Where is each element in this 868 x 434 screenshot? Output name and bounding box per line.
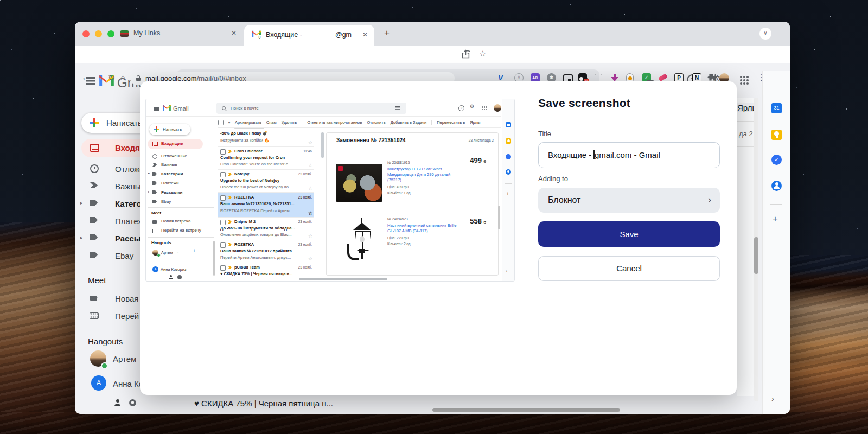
books-favicon (120, 30, 129, 37)
cancel-button[interactable]: Cancel (538, 256, 720, 281)
save-screenshot-dialog: Gmail Поиск в почте ? ⚙ ▾ Архивировать С… (140, 81, 737, 395)
google-apps-icon (482, 106, 483, 107)
keep-icon[interactable] (771, 130, 782, 140)
reading-pane-edge (737, 98, 754, 396)
adding-to-label: Adding to (538, 175, 568, 183)
clock-icon (152, 154, 157, 159)
minimize-window-button[interactable] (95, 30, 102, 37)
email-subject-behind[interactable]: ♥ СКИДКА 75% | Черная пятница н... (194, 399, 333, 408)
gmail-wordmark: Gmail (173, 105, 189, 112)
profile-avatar (494, 104, 501, 112)
contact-avatar-initial: А (91, 375, 106, 391)
title-input[interactable]: Входящие - gmail.com - Gmail (538, 142, 720, 168)
forward-icon[interactable]: → (95, 73, 104, 82)
gmail-logo-icon (163, 105, 171, 111)
gmail-side-panel: 31 ✓ + › (762, 71, 790, 414)
expand-icon[interactable]: ▸ (80, 200, 83, 206)
tab-search-chevron-button[interactable]: ∨ (760, 28, 771, 40)
home-icon[interactable]: ⌂ (120, 73, 125, 82)
horizontal-scrollbar[interactable] (432, 408, 620, 412)
desktop-stars (0, 0, 1, 1)
calendar-icon (506, 122, 511, 127)
settings-gear-icon: ⚙ (470, 104, 474, 109)
help-icon: ? (458, 105, 464, 111)
new-tab-button[interactable]: + (384, 28, 390, 39)
order-title: Замовлення № 721351024 (336, 137, 406, 143)
contacts-icon (506, 169, 511, 175)
side-panel-collapse-icon[interactable]: › (771, 394, 774, 403)
clock-icon (90, 164, 99, 173)
email-row: Dnipro-M 223 нояб. До -56% на інструмент… (218, 218, 314, 240)
share-icon[interactable] (462, 49, 470, 59)
google-apps-icon[interactable] (740, 76, 742, 78)
contacts-toggle-icon[interactable] (114, 399, 121, 406)
email-row: ROZETKA23 нояб. Ваша заявка №721291012 п… (218, 240, 314, 263)
save-button[interactable]: Save (538, 221, 720, 247)
list-scrollbar (321, 132, 324, 158)
email-toolbar: ▾ Архивировать Спам Удалить Отметить как… (218, 117, 501, 128)
contacts-icon[interactable] (771, 181, 782, 191)
browser-menu-icon[interactable]: ⋮ (757, 73, 765, 82)
extension-dark-icon[interactable]: 9 (578, 73, 587, 82)
chevron-right-icon: › (708, 188, 711, 212)
calendar-icon[interactable]: 31 (771, 103, 782, 113)
hangouts-toggle-icon[interactable] (129, 399, 136, 406)
tasks-icon (506, 154, 511, 159)
bookmark-star-icon[interactable]: ☆ (479, 49, 486, 59)
email-row: -56% до Black Friday 💣 Інструменти за ко… (218, 129, 314, 147)
tab-my-links[interactable]: My Links ✕ (113, 22, 244, 46)
contacts-toggle-icon (169, 275, 173, 279)
title-label: Title (538, 130, 551, 138)
inbox-icon (90, 144, 99, 152)
extension-green-check-icon[interactable]: ✓ 56 (642, 73, 651, 82)
label-icon (90, 200, 98, 206)
meet-section-title: Meet (88, 276, 106, 285)
reading-scrollbar (498, 206, 500, 229)
lego-product-image (336, 164, 382, 202)
important-icon (90, 182, 98, 188)
tab-gmail-inbox[interactable]: 0 Входящие - @gm ✕ (244, 25, 374, 46)
hangouts-toggle-icon (177, 275, 182, 279)
email-list: -56% до Black Friday 💣 Інструменти за ко… (218, 128, 314, 281)
video-camera-icon (90, 296, 97, 301)
online-status-dot (157, 253, 161, 257)
screenshot-preview: Gmail Поиск в почте ? ⚙ ▾ Архивировать С… (145, 99, 515, 282)
tab-title-suffix: @gm (335, 31, 352, 39)
browser-window: Gmail Поиск в почте ? ⚙ Написать Входящи… (75, 22, 790, 414)
back-icon[interactable]: ← (81, 73, 90, 82)
close-tab-icon[interactable]: ✕ (231, 29, 237, 37)
item-total: 499 ₴ (470, 156, 486, 164)
search-bar: Поиск в почте (216, 103, 406, 114)
online-status-dot (101, 362, 108, 369)
label-icon (90, 217, 98, 223)
divider (146, 116, 501, 117)
expand-icon[interactable]: ▸ (80, 235, 83, 240)
email-row: Notejoy23 нояб. Upgrade to the best of N… (218, 170, 314, 193)
close-tab-icon[interactable]: ✕ (362, 31, 368, 39)
inbox-icon (152, 142, 158, 146)
desktop-rocks-bottom (0, 412, 868, 434)
dialog-heading: Save screenshot (538, 97, 630, 110)
keyboard-icon (90, 312, 99, 319)
sidebar-scrollbar (213, 241, 215, 276)
add-addon-icon[interactable]: + (773, 214, 778, 225)
lantern-product-image (343, 218, 381, 273)
tab-strip: My Links ✕ 0 Входящие - @gm ✕ + ∨ (75, 22, 790, 46)
compose-button: Написать (149, 124, 190, 135)
reload-icon[interactable]: ↻ (108, 73, 115, 83)
order-date: 23 листопада 2 (469, 138, 494, 142)
lock-icon (136, 78, 141, 81)
search-options-icon (395, 106, 400, 107)
date-fragment: да 2 (739, 130, 753, 138)
keyboard-icon (152, 229, 158, 233)
compose-plus-icon (90, 118, 99, 127)
close-window-button[interactable] (82, 30, 90, 37)
desktop-rocks-right (787, 255, 868, 434)
scrollbar-thumb[interactable] (754, 237, 758, 274)
horizontal-scrollbar (299, 278, 387, 280)
notebook-select[interactable]: Блокнот › (538, 188, 720, 213)
browser-toolbar: ← → ↻ ⌂ mail.google.com/mail/u/0/#inbox … (75, 46, 790, 63)
tasks-icon[interactable]: ✓ (771, 155, 782, 165)
keep-icon (506, 138, 511, 144)
video-camera-icon (152, 220, 157, 224)
